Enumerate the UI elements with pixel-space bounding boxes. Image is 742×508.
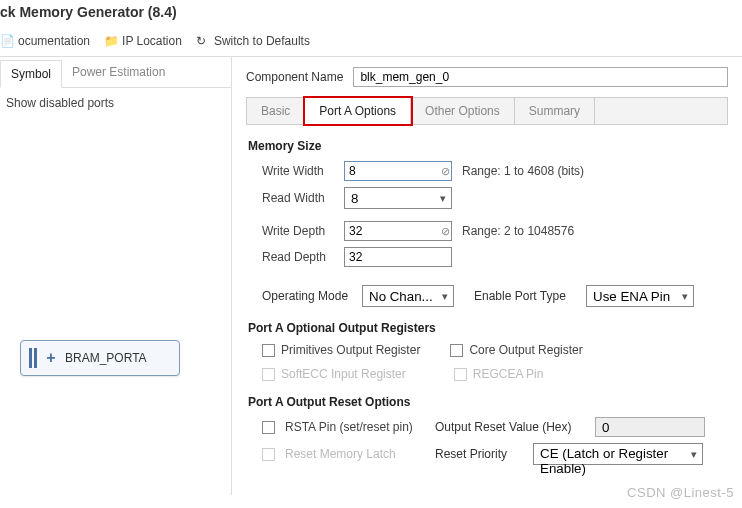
plus-icon: +	[43, 350, 59, 366]
chevron-down-icon: ▾	[682, 290, 688, 303]
page-title: ck Memory Generator (8.4)	[0, 0, 742, 32]
left-pane: Symbol Power Estimation Show disabled po…	[0, 57, 232, 495]
softecc-label: SoftECC Input Register	[281, 367, 406, 381]
softecc-checkbox	[262, 368, 275, 381]
enable-port-type-select[interactable]: Use ENA Pin▾	[586, 285, 694, 307]
toolbar: 📄 ocumentation 📁 IP Location ↻ Switch to…	[0, 32, 742, 57]
regcea-checkbox	[454, 368, 467, 381]
write-width-input[interactable]	[344, 161, 452, 181]
write-width-label: Write Width	[262, 164, 336, 178]
memory-size-header: Memory Size	[248, 139, 728, 153]
read-width-select[interactable]: 8▾	[344, 187, 452, 209]
documentation-link[interactable]: 📄 ocumentation	[0, 34, 90, 48]
read-width-label: Read Width	[262, 191, 336, 205]
component-name-label: Component Name	[246, 70, 343, 84]
tab-power-estimation[interactable]: Power Estimation	[62, 59, 175, 87]
operating-mode-select[interactable]: No Chan...▾	[362, 285, 454, 307]
write-width-range: Range: 1 to 4608 (bits)	[462, 164, 584, 178]
read-depth-input[interactable]	[344, 247, 452, 267]
chevron-down-icon: ▾	[442, 290, 448, 303]
clear-icon[interactable]: ⊘	[438, 225, 452, 238]
watermark: CSDN @Linest-5	[627, 485, 734, 500]
tab-port-a-options[interactable]: Port A Options	[305, 98, 411, 124]
switch-defaults-link[interactable]: ↻ Switch to Defaults	[196, 34, 310, 48]
tab-symbol[interactable]: Symbol	[0, 60, 62, 88]
tab-other-options[interactable]: Other Options	[411, 98, 515, 124]
regcea-label: REGCEA Pin	[473, 367, 544, 381]
ip-loc-label: IP Location	[122, 34, 182, 48]
reset-priority-select[interactable]: CE (Latch or Register Enable)▾	[533, 443, 703, 465]
rsta-label: RSTA Pin (set/reset pin)	[285, 420, 425, 434]
rsta-pin-checkbox[interactable]	[262, 421, 275, 434]
optional-registers-header: Port A Optional Output Registers	[248, 321, 728, 335]
reset-options-header: Port A Output Reset Options	[248, 395, 728, 409]
core-label: Core Output Register	[469, 343, 582, 357]
operating-mode-label: Operating Mode	[262, 289, 354, 303]
tab-basic[interactable]: Basic	[247, 98, 305, 124]
output-reset-hex-label: Output Reset Value (Hex)	[435, 420, 585, 434]
core-output-register-checkbox[interactable]	[450, 344, 463, 357]
write-depth-range: Range: 2 to 1048576	[462, 224, 574, 238]
reset-memory-latch-checkbox	[262, 448, 275, 461]
switch-label: Switch to Defaults	[214, 34, 310, 48]
primitives-label: Primitives Output Register	[281, 343, 420, 357]
bus-bars-icon	[29, 348, 37, 368]
left-tabs: Symbol Power Estimation	[0, 59, 231, 88]
reset-memory-latch-label: Reset Memory Latch	[285, 447, 425, 461]
primitives-output-register-checkbox[interactable]	[262, 344, 275, 357]
ip-location-link[interactable]: 📁 IP Location	[104, 34, 182, 48]
output-reset-hex-input[interactable]	[595, 417, 705, 437]
refresh-icon: ↻	[196, 34, 210, 48]
reset-priority-label: Reset Priority	[435, 447, 523, 461]
chevron-down-icon: ▾	[440, 192, 446, 205]
chevron-down-icon: ▾	[691, 448, 697, 461]
folder-icon: 📁	[104, 34, 118, 48]
clear-icon[interactable]: ⊘	[438, 165, 452, 178]
read-depth-label: Read Depth	[262, 250, 336, 264]
tab-summary[interactable]: Summary	[515, 98, 595, 124]
write-depth-label: Write Depth	[262, 224, 336, 238]
write-depth-input[interactable]	[344, 221, 452, 241]
bram-port-block[interactable]: + BRAM_PORTA	[20, 340, 180, 376]
component-name-input[interactable]	[353, 67, 728, 87]
right-pane: Component Name Basic Port A Options Othe…	[232, 57, 742, 495]
doc-icon: 📄	[0, 34, 14, 48]
config-tabs: Basic Port A Options Other Options Summa…	[246, 97, 728, 125]
show-disabled-ports-label[interactable]: Show disabled ports	[0, 88, 231, 118]
enable-port-type-label: Enable Port Type	[474, 289, 578, 303]
bram-port-label: BRAM_PORTA	[65, 351, 147, 365]
doc-label: ocumentation	[18, 34, 90, 48]
